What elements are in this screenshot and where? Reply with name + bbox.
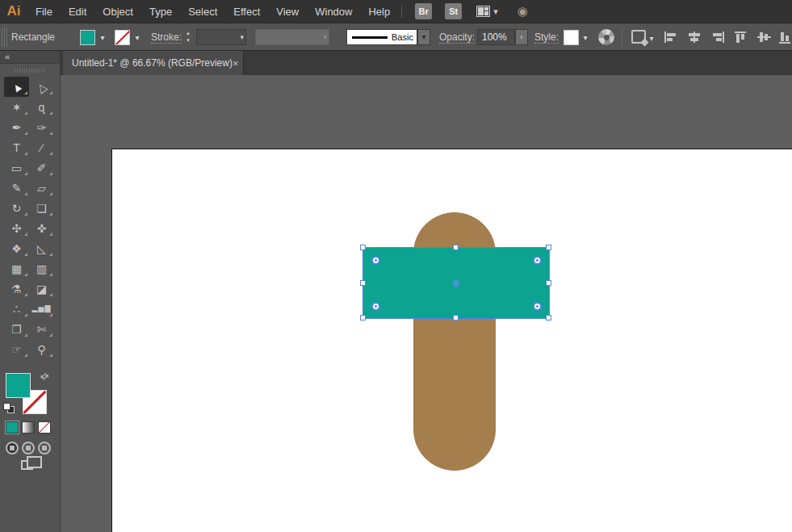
- tab-close-icon[interactable]: ×: [233, 57, 239, 69]
- menu-type[interactable]: Type: [141, 0, 180, 23]
- selection-handle-top-left[interactable]: [360, 245, 366, 250]
- tool-line-segment[interactable]: ∕: [29, 137, 54, 157]
- tool-magic-wand[interactable]: ✶: [4, 97, 29, 117]
- opacity-input[interactable]: 100%: [477, 29, 515, 45]
- align-bottom-button[interactable]: [778, 31, 792, 44]
- tool-direct-selection[interactable]: △: [29, 77, 54, 97]
- style-label[interactable]: Style:: [534, 31, 559, 44]
- tool-type[interactable]: T: [4, 137, 29, 157]
- canvas-area[interactable]: [61, 75, 792, 532]
- tool-perspective-grid[interactable]: ◺: [29, 238, 54, 258]
- tool-curvature[interactable]: ✑: [29, 117, 54, 137]
- draw-behind-button[interactable]: [22, 442, 35, 455]
- opacity-expand-button[interactable]: ›: [515, 29, 528, 45]
- shape-properties-icon[interactable]: [631, 30, 646, 44]
- tool-gradient[interactable]: ▥: [29, 258, 54, 279]
- draw-normal-button[interactable]: [6, 442, 19, 455]
- stepper-up-icon[interactable]: ▴: [183, 29, 193, 36]
- tool-shape-builder[interactable]: ❖: [4, 238, 29, 258]
- fill-color-chevron-icon[interactable]: ▾: [97, 33, 108, 42]
- none-paint-button[interactable]: [38, 421, 51, 434]
- tool-width[interactable]: ✣: [4, 218, 29, 238]
- brush-dropdown-button[interactable]: ▾: [417, 29, 430, 45]
- fill-color-swatch[interactable]: [80, 30, 95, 45]
- selection-handle-middle-left[interactable]: [360, 280, 366, 286]
- corner-radius-widget-top-right[interactable]: [533, 256, 542, 265]
- selection-handle-bottom-right[interactable]: [546, 315, 551, 320]
- recolor-artwork-icon[interactable]: [598, 29, 614, 45]
- stroke-weight-dropdown[interactable]: ▾: [196, 29, 246, 45]
- align-vertical-center-button[interactable]: [757, 31, 772, 44]
- gradient-paint-button[interactable]: [22, 421, 35, 434]
- stroke-weight-stepper[interactable]: ▴ ▾: [183, 29, 193, 45]
- tool-paintbrush[interactable]: ✐: [29, 157, 54, 178]
- align-horizontal-center-button[interactable]: [687, 31, 702, 44]
- color-paint-button[interactable]: [6, 421, 19, 434]
- style-chevron-icon[interactable]: ▾: [580, 33, 591, 42]
- menu-file[interactable]: File: [27, 0, 61, 23]
- fill-indicator[interactable]: [6, 373, 31, 398]
- document-tab[interactable]: Untitled-1* @ 66.67% (RGB/Preview) ×: [63, 51, 244, 75]
- tool-artboard[interactable]: ❐: [4, 319, 29, 339]
- tool-zoom[interactable]: ⚲: [29, 339, 54, 359]
- selection-handle-top-right[interactable]: [546, 245, 551, 250]
- align-left-button[interactable]: [664, 31, 678, 44]
- dropdown-chevron-icon: ▾: [323, 33, 327, 41]
- tool-eraser[interactable]: ▱: [29, 178, 54, 198]
- corner-radius-widget-top-left[interactable]: [371, 256, 380, 265]
- selection-handle-bottom-center[interactable]: [453, 315, 459, 320]
- arrange-documents-chevron-icon[interactable]: ▾: [493, 6, 498, 17]
- style-swatch[interactable]: [564, 30, 579, 45]
- menu-help[interactable]: Help: [360, 0, 398, 23]
- tool-rectangle[interactable]: ▭: [4, 157, 29, 178]
- brush-definition-field[interactable]: Basic: [346, 29, 417, 45]
- menu-effect[interactable]: Effect: [225, 0, 268, 23]
- tool-eyedropper[interactable]: ⚗: [4, 279, 29, 299]
- menu-view[interactable]: View: [268, 0, 307, 23]
- menu-select[interactable]: Select: [180, 0, 225, 23]
- tool-blend[interactable]: ◪: [29, 279, 54, 299]
- align-right-button[interactable]: [710, 31, 725, 44]
- draw-inside-button[interactable]: [38, 442, 51, 455]
- control-bar-grip[interactable]: [2, 27, 7, 47]
- tool-slice[interactable]: ✄: [29, 319, 54, 339]
- tool-hand[interactable]: ☞: [4, 339, 29, 359]
- default-fill-stroke-icon[interactable]: [3, 403, 15, 413]
- control-bar: Rectangle ▾ ▾ Stroke: ▴ ▾ ▾ ▾ Basic ▾ Op…: [0, 23, 792, 51]
- panel-grip[interactable]: [15, 69, 45, 73]
- gpu-performance-icon[interactable]: ◉: [518, 4, 528, 19]
- arrange-documents-icon[interactable]: [476, 6, 490, 17]
- menu-object[interactable]: Object: [94, 0, 141, 23]
- menu-window[interactable]: Window: [307, 0, 360, 23]
- tool-scale[interactable]: ❏: [29, 198, 54, 218]
- tool-rotate[interactable]: ↻: [4, 198, 29, 218]
- stroke-weight-label[interactable]: Stroke:: [151, 31, 182, 44]
- tool-shaper[interactable]: ✎: [4, 178, 29, 198]
- corner-radius-widget-bottom-left[interactable]: [371, 302, 380, 311]
- align-top-button[interactable]: [734, 31, 748, 44]
- selection-handle-bottom-left[interactable]: [360, 315, 366, 320]
- opacity-label[interactable]: Opacity:: [439, 31, 475, 44]
- selection-handle-top-center[interactable]: [453, 245, 459, 250]
- tool-symbol-sprayer[interactable]: ∴: [4, 299, 29, 319]
- stock-button[interactable]: St: [445, 3, 462, 19]
- stroke-color-chevron-icon[interactable]: ▾: [132, 33, 143, 42]
- tool-lasso[interactable]: ɋ: [29, 97, 54, 117]
- swap-fill-stroke-icon[interactable]: ⇆: [38, 369, 52, 383]
- brush-stroke-preview: [352, 36, 388, 39]
- tool-column-graph[interactable]: ▂▅▇: [29, 299, 54, 319]
- stroke-color-swatch[interactable]: [115, 30, 130, 45]
- change-screen-mode-icon[interactable]: [21, 460, 33, 470]
- tool-selection[interactable]: ▲: [4, 77, 29, 97]
- shape-properties-chevron-icon[interactable]: ▾: [647, 34, 656, 43]
- stepper-down-icon[interactable]: ▾: [183, 36, 193, 44]
- tool-puppet-warp[interactable]: ✜: [29, 218, 54, 238]
- bridge-button[interactable]: Br: [415, 3, 432, 19]
- tool-pen[interactable]: ✒: [4, 117, 29, 137]
- tool-mesh[interactable]: ▦: [4, 258, 29, 279]
- selection-handle-middle-right[interactable]: [546, 280, 551, 286]
- panel-collapse-button[interactable]: «: [0, 51, 60, 64]
- selection-center-point[interactable]: [453, 280, 459, 287]
- corner-radius-widget-bottom-right[interactable]: [533, 302, 542, 311]
- menu-edit[interactable]: Edit: [61, 0, 94, 23]
